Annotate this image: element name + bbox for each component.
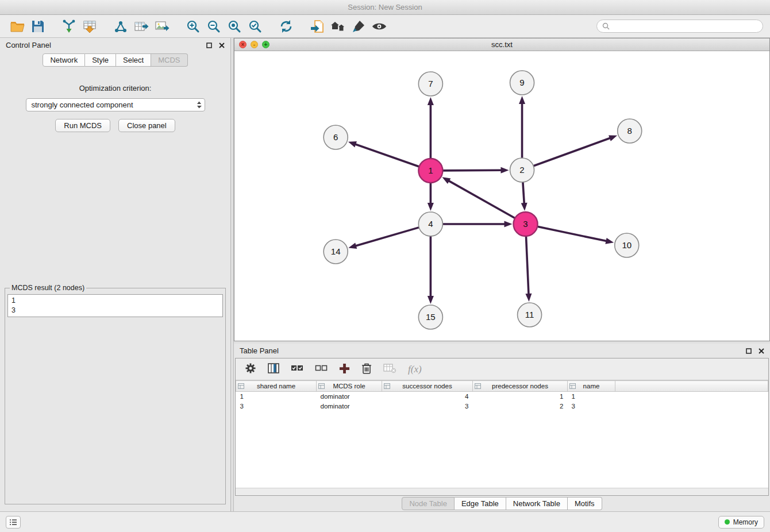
edge-4-14[interactable] [348, 228, 418, 249]
run-mcds-button[interactable]: Run MCDS [55, 119, 110, 132]
export-network-button[interactable] [110, 17, 131, 36]
import-table-file-button[interactable] [79, 17, 100, 36]
minimize-window-icon[interactable]: - [251, 41, 258, 48]
table-box: f(x) shared nameMCDS rolesuccessor nodes… [235, 358, 769, 496]
column-header-name[interactable]: name [568, 381, 615, 392]
import-database-button[interactable] [307, 17, 328, 36]
function-builder-button[interactable]: f(x) [408, 364, 422, 375]
node-8[interactable]: 8 [618, 119, 642, 143]
edge-2-8[interactable] [534, 135, 617, 165]
export-table-button[interactable] [131, 17, 152, 36]
edge-1-4[interactable] [428, 183, 434, 211]
close-mcds-panel-button[interactable]: Close panel [118, 119, 175, 132]
task-history-button[interactable] [6, 516, 21, 529]
cell-shared-name[interactable]: 1 [236, 392, 317, 402]
optimization-select[interactable]: strongly connected component [26, 98, 205, 111]
control-panel-header: Control Panel [0, 38, 230, 52]
table-row[interactable]: 1dominator411 [236, 392, 768, 402]
float-table-panel-icon[interactable] [746, 348, 752, 354]
zoom-group [183, 17, 265, 36]
close-panel-icon[interactable] [219, 43, 225, 48]
zoom-in-button[interactable] [183, 17, 203, 36]
tab-select[interactable]: Select [116, 53, 151, 67]
edge-3-1[interactable] [442, 177, 514, 218]
tab-style[interactable]: Style [85, 53, 116, 67]
edge-3-11[interactable] [525, 237, 532, 302]
select-all-button[interactable] [291, 364, 303, 375]
node-14[interactable]: 14 [324, 240, 348, 264]
search-input[interactable] [613, 22, 757, 30]
mcds-result-list[interactable]: 13 [7, 294, 223, 317]
edge-4-15[interactable] [428, 237, 434, 304]
close-window-icon[interactable]: × [239, 41, 247, 48]
network-window-title: scc.txt [491, 40, 513, 49]
column-header-predecessor-nodes[interactable]: predecessor nodes [473, 381, 568, 392]
cell-predecessor-nodes[interactable]: 2 [473, 402, 568, 411]
cell-successor-nodes[interactable]: 3 [382, 402, 473, 411]
tab-mcds[interactable]: MCDS [151, 53, 187, 67]
cell-mcds-role[interactable]: dominator [317, 392, 382, 402]
column-header-mcds-role[interactable]: MCDS role [317, 381, 382, 392]
zoom-selected-button[interactable] [245, 17, 265, 36]
node-2[interactable]: 2 [510, 158, 534, 182]
delete-column-button[interactable] [361, 363, 372, 376]
zoom-fit-button[interactable] [224, 17, 245, 36]
node-10[interactable]: 10 [615, 233, 639, 257]
node-9[interactable]: 9 [510, 71, 534, 95]
zoom-selected-icon [248, 20, 262, 33]
edge-4-3[interactable] [443, 221, 512, 228]
table-panel: Table Panel [234, 344, 770, 511]
float-panel-icon[interactable] [206, 43, 212, 48]
create-column-button[interactable] [339, 363, 350, 376]
import-network-file-button[interactable] [59, 17, 79, 36]
network-window-titlebar[interactable]: × - + scc.txt [234, 38, 769, 51]
memory-button[interactable]: Memory [718, 516, 764, 529]
node-6[interactable]: 6 [324, 125, 348, 149]
table-tab-node-table[interactable]: Node Table [402, 497, 455, 510]
deselect-all-button[interactable] [315, 364, 328, 375]
node-4[interactable]: 4 [418, 212, 442, 236]
table-row[interactable]: 3dominator323 [236, 402, 768, 411]
edge-1-7[interactable] [428, 97, 434, 158]
column-header-shared-name[interactable]: shared name [236, 381, 317, 392]
cell-mcds-role[interactable]: dominator [317, 402, 382, 411]
close-table-panel-icon[interactable] [759, 348, 764, 354]
edge-3-10[interactable] [538, 227, 614, 244]
table-tab-motifs[interactable]: Motifs [568, 497, 602, 510]
table-horizontal-scrollbar[interactable] [236, 488, 768, 495]
column-header-successor-nodes[interactable]: successor nodes [382, 381, 473, 392]
cell-successor-nodes[interactable]: 4 [382, 392, 473, 402]
edge-1-2[interactable] [443, 167, 509, 174]
edge-2-3[interactable] [521, 183, 528, 211]
save-session-button[interactable] [28, 17, 48, 36]
node-3[interactable]: 3 [514, 212, 538, 236]
table-tab-edge-table[interactable]: Edge Table [455, 497, 506, 510]
node-15[interactable]: 15 [418, 305, 442, 329]
show-hide-button[interactable] [369, 17, 390, 36]
table-settings-button[interactable] [245, 363, 256, 376]
home-button[interactable] [328, 17, 348, 36]
open-session-button[interactable] [7, 17, 28, 36]
cell-predecessor-nodes[interactable]: 1 [473, 392, 568, 402]
show-columns-button[interactable] [268, 363, 279, 376]
tab-network[interactable]: Network [43, 53, 85, 67]
cell-name[interactable]: 3 [568, 402, 615, 411]
cell-shared-name[interactable]: 3 [236, 402, 317, 411]
delete-table-button[interactable] [383, 363, 396, 375]
table-tab-network-table[interactable]: Network Table [506, 497, 568, 510]
maximize-window-icon[interactable]: + [262, 41, 270, 48]
cell-name[interactable]: 1 [568, 392, 615, 402]
node-11[interactable]: 11 [518, 303, 542, 327]
edge-1-6[interactable] [348, 141, 419, 167]
network-canvas[interactable]: 7968124314101511 [234, 51, 769, 341]
edge-2-9[interactable] [519, 96, 525, 157]
node-7[interactable]: 7 [418, 72, 442, 96]
search-box[interactable] [596, 20, 763, 33]
export-image-button[interactable] [152, 17, 172, 36]
mcds-result-title: MCDS result (2 nodes) [10, 284, 86, 292]
zoom-out-button[interactable] [203, 17, 224, 36]
refresh-view-button[interactable] [276, 17, 297, 36]
window-titlebar[interactable]: Session: New Session [0, 0, 770, 15]
node-1[interactable]: 1 [418, 159, 442, 183]
apply-style-button[interactable] [348, 17, 369, 36]
